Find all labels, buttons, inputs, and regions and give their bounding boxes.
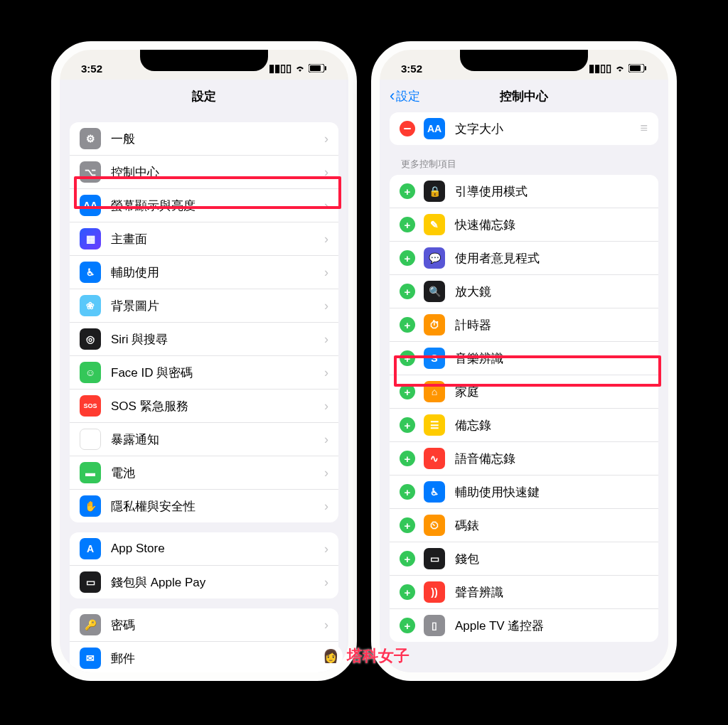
battery-icon xyxy=(628,63,647,75)
chevron-right-icon: › xyxy=(324,542,328,557)
text-size-icon: AA xyxy=(424,118,445,139)
settings-group-3: 🔑密碼›✉︎郵件› xyxy=(70,608,338,672)
more-control-row[interactable]: +♿︎輔助使用快速鍵 xyxy=(390,476,658,509)
notch xyxy=(140,50,268,71)
add-button[interactable]: + xyxy=(400,350,415,366)
row-label: 家庭 xyxy=(455,384,648,400)
row-label: 主畫面 xyxy=(111,231,324,247)
section-header-more: 更多控制項目 xyxy=(380,145,668,175)
add-button[interactable]: + xyxy=(400,584,415,600)
add-button[interactable]: + xyxy=(400,384,415,399)
settings-row[interactable]: ♿︎輔助使用› xyxy=(70,256,338,289)
more-control-row[interactable]: +☰備忘錄 xyxy=(390,409,658,442)
row-label: 文字大小 xyxy=(455,121,640,137)
more-control-row[interactable]: +⏱計時器 xyxy=(390,308,658,342)
chevron-right-icon: › xyxy=(324,399,328,414)
chevron-right-icon: › xyxy=(324,232,328,247)
battery-icon xyxy=(309,63,327,75)
back-button[interactable]: ‹ 設定 xyxy=(390,88,420,104)
add-button[interactable]: + xyxy=(400,517,415,533)
settings-row[interactable]: ✋隱私權與安全性› xyxy=(70,490,338,522)
row-icon: ▯ xyxy=(424,615,445,636)
more-control-row[interactable]: +∿語音備忘錄 xyxy=(390,442,658,476)
more-control-row[interactable]: +💬使用者意見程式 xyxy=(390,242,658,275)
cellular-icon: ▮▮▯▯ xyxy=(269,62,291,75)
remove-button[interactable] xyxy=(400,121,415,136)
add-button[interactable]: + xyxy=(400,451,415,466)
settings-row[interactable]: SOSSOS 緊急服務› xyxy=(70,390,338,423)
included-item-text-size[interactable]: AA 文字大小 ≡ xyxy=(390,112,658,145)
row-label: 語音備忘錄 xyxy=(455,451,648,467)
more-control-row[interactable]: +🔒引導使用模式 xyxy=(390,175,658,208)
add-button[interactable]: + xyxy=(400,417,415,433)
phone-left-settings: 3:52 ▮▮▯▯ 設定 ⚙︎一般›⌥控制中心›AA螢幕顯示與亮度›▦主畫面›♿… xyxy=(51,41,357,681)
row-icon: SOS xyxy=(80,395,101,417)
row-icon: ▦ xyxy=(80,228,101,249)
chevron-right-icon: › xyxy=(324,332,328,347)
page-title: 設定 xyxy=(192,88,216,104)
settings-row[interactable]: 🔑密碼› xyxy=(70,608,338,642)
row-label: 控制中心 xyxy=(111,164,324,181)
add-button[interactable]: + xyxy=(400,284,415,299)
row-icon: ▭ xyxy=(424,548,445,569)
add-button[interactable]: + xyxy=(400,484,415,500)
status-time: 3:52 xyxy=(81,63,102,75)
more-controls-group: +🔒引導使用模式+✎快速備忘錄+💬使用者意見程式+🔍放大鏡+⏱計時器+S音樂辨識… xyxy=(390,175,658,642)
settings-row[interactable]: ◎Siri 與搜尋› xyxy=(70,323,338,356)
chevron-right-icon: › xyxy=(324,466,328,480)
more-control-row[interactable]: +✎快速備忘錄 xyxy=(390,208,658,242)
row-label: Face ID 與密碼 xyxy=(111,365,324,381)
included-controls-group: AA 文字大小 ≡ xyxy=(390,112,658,145)
settings-row[interactable]: AApp Store› xyxy=(70,532,338,566)
add-button[interactable]: + xyxy=(400,551,415,566)
settings-row[interactable]: ▭錢包與 Apple Pay› xyxy=(70,566,338,598)
more-control-row[interactable]: +🔍放大鏡 xyxy=(390,275,658,308)
chevron-right-icon: › xyxy=(324,618,328,633)
settings-row[interactable]: ✺暴露通知› xyxy=(70,423,338,456)
svg-rect-5 xyxy=(645,66,646,70)
row-icon: )) xyxy=(424,581,445,603)
settings-row[interactable]: ☺︎Face ID 與密碼› xyxy=(70,356,338,390)
more-control-row[interactable]: +S音樂辨識 xyxy=(390,342,658,375)
chevron-right-icon: › xyxy=(324,499,328,514)
settings-row[interactable]: ▦主畫面› xyxy=(70,222,338,256)
back-label: 設定 xyxy=(396,88,420,104)
row-icon: ✉︎ xyxy=(80,648,101,669)
reorder-handle-icon[interactable]: ≡ xyxy=(640,126,648,131)
watermark-text: 塔科女子 xyxy=(347,645,410,667)
row-label: 暴露通知 xyxy=(111,431,324,448)
add-button[interactable]: + xyxy=(400,317,415,333)
settings-row[interactable]: ✉︎郵件› xyxy=(70,642,338,672)
row-icon: ⏱ xyxy=(424,314,445,335)
more-control-row[interactable]: +))聲音辨識 xyxy=(390,576,658,609)
add-button[interactable]: + xyxy=(400,183,415,199)
settings-row[interactable]: ⚙︎一般› xyxy=(70,122,338,156)
more-control-row[interactable]: +▭錢包 xyxy=(390,542,658,576)
row-icon: ♿︎ xyxy=(424,481,445,503)
add-button[interactable]: + xyxy=(400,618,415,633)
settings-row[interactable]: ⌥控制中心› xyxy=(70,156,338,189)
row-icon: 💬 xyxy=(424,247,445,269)
row-label: 螢幕顯示與亮度 xyxy=(111,198,324,214)
settings-row[interactable]: ▬電池› xyxy=(70,456,338,490)
chevron-right-icon: › xyxy=(324,198,328,213)
page-title: 控制中心 xyxy=(500,88,548,104)
chevron-right-icon: › xyxy=(324,265,328,280)
row-icon: 🔍 xyxy=(424,281,445,302)
row-icon: ✎ xyxy=(424,214,445,235)
row-icon: AA xyxy=(80,195,101,216)
row-label: 一般 xyxy=(111,131,324,147)
more-control-row[interactable]: +▯Apple TV 遙控器 xyxy=(390,609,658,642)
more-control-row[interactable]: +⌂家庭 xyxy=(390,375,658,409)
row-label: 錢包 xyxy=(455,551,648,567)
status-time: 3:52 xyxy=(401,63,422,75)
add-button[interactable]: + xyxy=(400,217,415,232)
row-icon: ☰ xyxy=(424,414,445,436)
row-label: 背景圖片 xyxy=(111,298,324,314)
settings-row[interactable]: AA螢幕顯示與亮度› xyxy=(70,189,338,222)
more-control-row[interactable]: +⏲碼錶 xyxy=(390,509,658,542)
cellular-icon: ▮▮▯▯ xyxy=(589,62,611,75)
row-icon: ☺︎ xyxy=(80,362,101,383)
add-button[interactable]: + xyxy=(400,250,415,266)
settings-row[interactable]: ❀背景圖片› xyxy=(70,289,338,323)
